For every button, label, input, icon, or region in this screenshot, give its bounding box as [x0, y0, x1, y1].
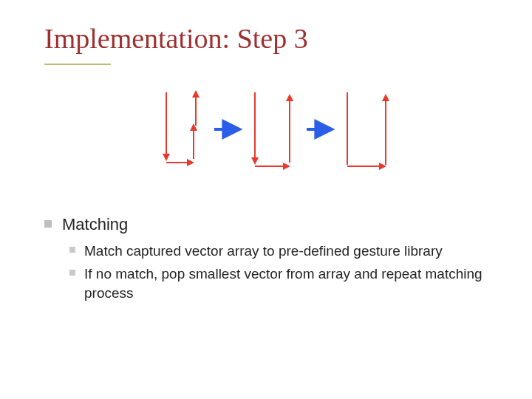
bullet-square-icon: [69, 247, 75, 253]
bullet-level1: Matching: [44, 214, 488, 236]
bullet-list: Matching Match captured vector array to …: [44, 214, 488, 307]
slide-title: Implementation: Step 3: [44, 22, 308, 55]
gesture-shape-2: [255, 92, 290, 166]
gesture-shape-1: [166, 92, 196, 163]
bullet-text: Match captured vector array to pre-defin…: [84, 242, 443, 261]
bullet-text: Matching: [62, 214, 128, 236]
gesture-svg: [155, 85, 406, 181]
bullet-level2: Match captured vector array to pre-defin…: [69, 242, 488, 261]
title-underline: [44, 64, 111, 65]
bullet-square-icon: [44, 220, 52, 228]
gesture-diagram: [155, 85, 406, 181]
slide: Implementation: Step 3: [0, 0, 532, 399]
bullet-square-icon: [69, 270, 75, 276]
gesture-shape-3: [347, 92, 386, 166]
bullet-level2: If no match, pop smallest vector from ar…: [69, 265, 488, 302]
bullet-text: If no match, pop smallest vector from ar…: [84, 265, 488, 302]
